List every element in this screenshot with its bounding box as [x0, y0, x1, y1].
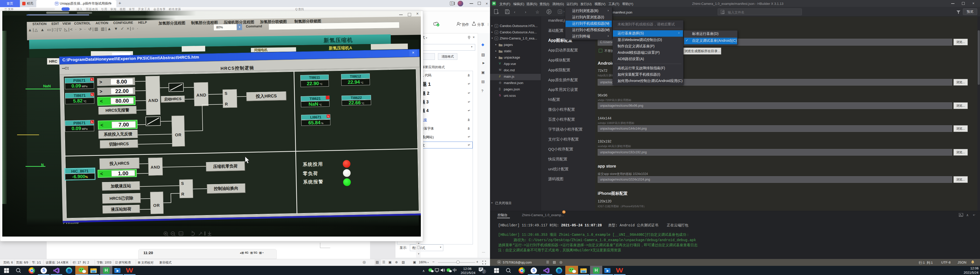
svg-text:1:1: 1:1 [180, 233, 183, 235]
